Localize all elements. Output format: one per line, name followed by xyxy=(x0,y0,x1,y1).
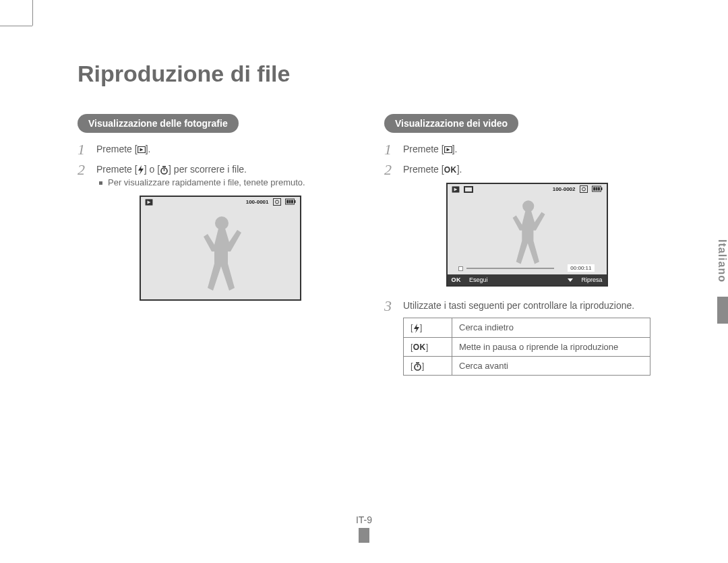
movie-icon xyxy=(464,186,473,193)
photo-screen: 100-0001 xyxy=(140,196,301,301)
svg-rect-25 xyxy=(601,187,603,190)
photo-step-2-note: Per visualizzare rapidamente i file, ten… xyxy=(99,177,344,187)
battery-icon xyxy=(592,185,603,192)
timer-icon xyxy=(413,362,422,371)
svg-marker-17 xyxy=(446,148,450,152)
ok-label: OK xyxy=(444,165,457,175)
svg-marker-31 xyxy=(414,324,419,333)
svg-rect-22 xyxy=(580,186,587,193)
video-screen-footer: OK Esegui Ripresa xyxy=(448,274,607,285)
svg-rect-28 xyxy=(598,187,600,191)
video-step-3: 3 Utilizzate i tasti seguenti per contro… xyxy=(384,299,650,376)
stop-icon xyxy=(458,266,463,271)
child-silhouette xyxy=(506,198,548,270)
page-title: Riproduzione di file xyxy=(78,61,650,87)
photo-step-1: 1 Premete []. xyxy=(78,142,344,157)
svg-marker-1 xyxy=(140,148,143,152)
flash-icon xyxy=(138,165,144,175)
column-photos: Visualizzazione delle fotografie 1 Preme… xyxy=(78,114,344,381)
table-row: [OK] Mette in pausa o riprende la riprod… xyxy=(404,337,650,356)
footer-left-label: Esegui xyxy=(469,276,488,283)
language-tab-bar xyxy=(717,297,728,324)
playback-icon xyxy=(452,186,460,193)
video-screen: 100-0002 xyxy=(446,183,608,287)
svg-point-23 xyxy=(582,187,585,191)
svg-rect-14 xyxy=(291,200,293,204)
heading-photos: Visualizzazione delle fotografie xyxy=(78,114,239,133)
timer-icon xyxy=(160,166,169,175)
flash-icon xyxy=(413,324,420,333)
svg-point-29 xyxy=(522,200,534,212)
svg-rect-13 xyxy=(289,200,291,204)
video-step-1: 1 Premete []. xyxy=(384,142,650,157)
svg-rect-11 xyxy=(295,200,296,203)
heading-videos: Visualizzazione dei video xyxy=(384,114,518,133)
playback-icon xyxy=(145,199,153,206)
page-number-bar xyxy=(359,528,369,543)
svg-rect-21 xyxy=(465,187,472,191)
memory-icon xyxy=(273,198,281,206)
photo-file-number: 100-0001 xyxy=(246,199,269,205)
memory-icon xyxy=(580,185,588,193)
table-row: [] Cerca avanti xyxy=(404,356,650,375)
controls-table: [] Cerca indietro [OK] Mette in pausa o … xyxy=(403,318,650,376)
ok-label: OK xyxy=(452,276,462,283)
video-time: 00:00:11 xyxy=(568,264,594,272)
column-videos: Visualizzazione dei video 1 Premete []. … xyxy=(384,114,650,381)
progress-bar xyxy=(466,268,554,269)
svg-point-15 xyxy=(215,216,229,230)
ok-label: OK xyxy=(413,343,426,352)
table-row: [] Cerca indietro xyxy=(404,318,650,338)
footer-right-label: Ripresa xyxy=(581,276,602,283)
page-number: IT-9 xyxy=(78,514,650,525)
svg-point-9 xyxy=(275,200,278,204)
page-content: Riproduzione di file Visualizzazione del… xyxy=(78,61,650,543)
svg-marker-2 xyxy=(138,165,144,175)
playback-icon xyxy=(444,146,452,153)
video-step-2: 2 Premete [OK]. 100-0002 xyxy=(384,162,650,287)
battery-icon xyxy=(285,198,296,205)
playback-icon xyxy=(138,146,146,153)
language-tab: Italiano xyxy=(716,239,728,283)
svg-rect-26 xyxy=(593,187,595,191)
photo-step-2: 2 Premete [] o [] per scorrere i file. P… xyxy=(78,162,344,301)
down-arrow-icon xyxy=(568,277,573,283)
svg-rect-8 xyxy=(273,199,280,206)
child-silhouette xyxy=(197,213,244,298)
svg-rect-12 xyxy=(286,200,289,204)
svg-marker-30 xyxy=(568,278,573,282)
svg-rect-27 xyxy=(595,187,597,191)
video-file-number: 100-0002 xyxy=(553,186,576,192)
